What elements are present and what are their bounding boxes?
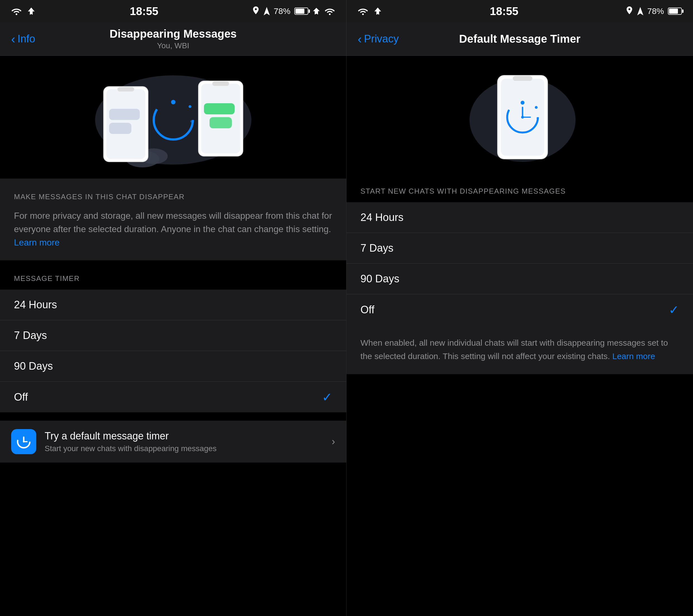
chevron-left-icon: ‹ <box>11 32 15 46</box>
option-off-right-label: Off <box>360 304 374 316</box>
right-panel: START NEW CHATS WITH DISAPPEARING MESSAG… <box>346 56 693 616</box>
svg-point-14 <box>190 120 193 122</box>
back-label-right: Privacy <box>364 33 399 45</box>
airplane-icon <box>26 7 36 15</box>
option-off-right[interactable]: Off ✓ <box>346 294 693 325</box>
right-system-icons-left: 78% <box>252 6 335 16</box>
phones-illustration <box>87 64 260 170</box>
single-phone-illustration <box>461 61 578 167</box>
right-footer-text: When enabled, all new individual chats w… <box>346 325 693 374</box>
promo-icon <box>11 429 36 454</box>
direction-icon-right <box>637 7 644 15</box>
wifi-icon <box>11 7 22 15</box>
option-24h-left[interactable]: 24 Hours <box>0 290 346 320</box>
right-section-header: START NEW CHATS WITH DISAPPEARING MESSAG… <box>346 173 693 201</box>
option-24h-left-label: 24 Hours <box>14 299 57 311</box>
svg-point-13 <box>189 105 191 108</box>
nav-title-block-right: Default Message Timer <box>459 33 580 45</box>
svg-rect-18 <box>212 81 229 86</box>
svg-point-15 <box>185 134 187 136</box>
left-panel: MAKE MESSAGES IN THIS CHAT DISAPPEAR For… <box>0 56 346 616</box>
wifi-icon2-left <box>324 7 335 15</box>
svg-point-32 <box>536 117 539 119</box>
back-button-right[interactable]: ‹ Privacy <box>358 32 399 46</box>
option-90d-left[interactable]: 90 Days <box>0 351 346 382</box>
learn-more-left[interactable]: Learn more <box>14 237 60 247</box>
svg-point-12 <box>171 100 176 104</box>
svg-rect-10 <box>109 123 132 134</box>
option-off-left-label: Off <box>14 391 28 403</box>
right-system-icons-right: 78% <box>626 6 682 16</box>
status-bar-left: 18:55 78% <box>0 0 346 22</box>
location-icon-left <box>252 6 260 16</box>
svg-point-24 <box>23 441 24 442</box>
nav-bars: ‹ Info Disappearing Messages You, WBI ‹ … <box>0 22 693 56</box>
timer-promo-icon <box>15 433 32 450</box>
svg-rect-28 <box>513 76 532 81</box>
svg-point-2 <box>362 14 364 15</box>
left-system-icons-right <box>358 7 383 15</box>
option-24h-right[interactable]: 24 Hours <box>346 202 693 233</box>
time-right: 18:55 <box>490 5 518 18</box>
promo-title: Try a default message timer <box>45 430 323 442</box>
right-illustration <box>346 56 693 173</box>
option-7d-left-label: 7 Days <box>14 330 47 341</box>
left-illustration <box>0 56 346 179</box>
back-button-left[interactable]: ‹ Info <box>11 32 35 46</box>
option-7d-left[interactable]: 7 Days <box>0 320 346 351</box>
main-content: MAKE MESSAGES IN THIS CHAT DISAPPEAR For… <box>0 56 693 616</box>
chevron-right-icon: ‹ <box>358 32 362 46</box>
nav-left: ‹ Info Disappearing Messages You, WBI <box>0 22 346 56</box>
svg-point-0 <box>16 14 17 15</box>
checkmark-left: ✓ <box>322 390 332 404</box>
option-90d-left-label: 90 Days <box>14 360 53 372</box>
option-7d-right[interactable]: 7 Days <box>346 233 693 264</box>
left-options-list: 24 Hours 7 Days 90 Days Off ✓ <box>0 290 346 412</box>
description-body: For more privacy and storage, all new me… <box>14 209 332 249</box>
svg-point-30 <box>520 101 524 105</box>
learn-more-right[interactable]: Learn more <box>612 352 655 361</box>
page-subtitle-left: You, WBI <box>110 41 237 50</box>
airplane-icon2-left <box>312 7 320 15</box>
svg-point-35 <box>521 116 524 119</box>
left-system-icons <box>11 7 36 15</box>
nav-title-block-left: Disappearing Messages You, WBI <box>110 27 237 50</box>
option-90d-right-label: 90 Days <box>360 273 399 285</box>
page-title-right: Default Message Timer <box>459 33 580 45</box>
location-icon-right <box>626 6 633 16</box>
promo-text-block: Try a default message timer Start your n… <box>45 430 323 453</box>
promo-chevron-icon: › <box>332 436 335 448</box>
option-off-left[interactable]: Off ✓ <box>0 382 346 412</box>
status-bar-right: 18:55 78% <box>346 0 693 22</box>
svg-rect-8 <box>117 87 134 92</box>
option-24h-right-label: 24 Hours <box>360 212 403 223</box>
time-left: 18:55 <box>130 5 158 18</box>
battery-pct-right: 78% <box>647 6 664 16</box>
direction-icon-left <box>264 7 270 15</box>
option-7d-right-label: 7 Days <box>360 242 393 254</box>
promo-subtitle: Start your new chats with disappearing m… <box>45 444 323 453</box>
page-title-left: Disappearing Messages <box>110 27 237 40</box>
svg-rect-19 <box>204 103 235 114</box>
svg-rect-20 <box>210 117 232 128</box>
status-bar: 18:55 78% <box>0 0 693 22</box>
option-90d-right[interactable]: 90 Days <box>346 264 693 294</box>
description-text: For more privacy and storage, all new me… <box>14 211 332 234</box>
svg-point-1 <box>329 14 331 15</box>
checkmark-right: ✓ <box>669 303 679 317</box>
nav-right: ‹ Privacy Default Message Timer <box>346 22 693 56</box>
right-options-list: 24 Hours 7 Days 90 Days Off ✓ <box>346 202 693 325</box>
svg-rect-9 <box>109 109 140 120</box>
airplane-icon-right <box>373 7 383 15</box>
battery-pct-left: 78% <box>274 6 291 16</box>
battery-icon-right <box>668 7 682 15</box>
message-timer-label: MESSAGE TIMER <box>0 260 346 289</box>
back-label-left: Info <box>18 33 35 45</box>
promo-card[interactable]: Try a default message timer Start your n… <box>0 421 346 462</box>
battery-icon-left <box>294 7 308 15</box>
svg-point-31 <box>535 106 538 109</box>
left-description-section: MAKE MESSAGES IN THIS CHAT DISAPPEAR For… <box>0 179 346 260</box>
wifi-icon-right <box>358 7 368 15</box>
make-disappear-label: MAKE MESSAGES IN THIS CHAT DISAPPEAR <box>14 193 332 201</box>
